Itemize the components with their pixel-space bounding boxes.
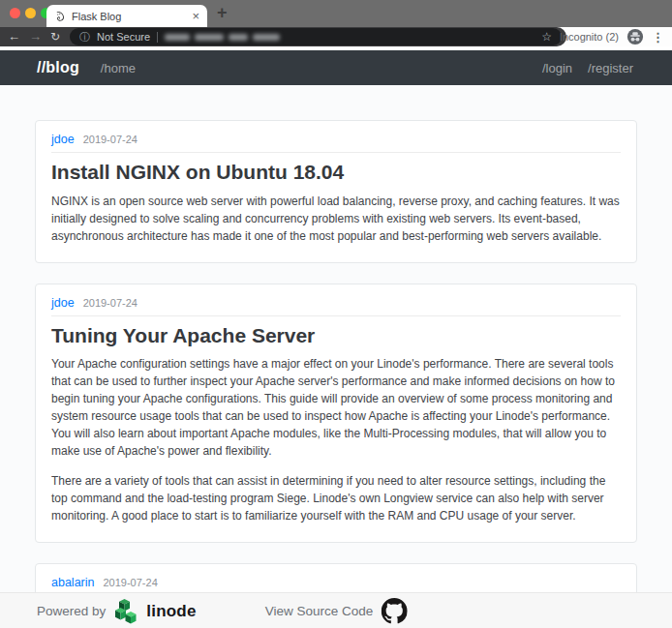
post-meta: jdoe 2019-07-24 xyxy=(51,133,621,153)
flask-favicon-icon xyxy=(54,11,66,22)
redacted-url xyxy=(165,34,280,41)
browser-window: Flask Blog × + ← → ↻ ⓘ Not Secure ☆ Inco… xyxy=(0,0,672,628)
post-title-link[interactable]: Install NGINX on Ubuntu 18.04 xyxy=(51,160,621,185)
nav-link-register[interactable]: /register xyxy=(588,61,633,75)
post-excerpt: Your Apache configuration settings have … xyxy=(51,355,621,460)
post-date: 2019-07-24 xyxy=(83,297,137,309)
chrome-right-controls: Incognito (2) ⋮ xyxy=(560,27,672,46)
security-label: Not Secure xyxy=(97,31,150,43)
post-author-link[interactable]: jdoe xyxy=(51,133,75,146)
view-source-label: View Source Code xyxy=(265,604,374,618)
new-tab-button[interactable]: + xyxy=(217,3,228,23)
post-excerpt: NGINX is an open source web server with … xyxy=(51,193,621,245)
site-brand[interactable]: //blog xyxy=(37,59,79,76)
browser-tab[interactable]: Flask Blog × xyxy=(46,5,207,27)
linode-logo-icon xyxy=(112,598,139,625)
view-source-group[interactable]: View Source Code xyxy=(265,593,408,628)
toolbar-dark-segment: ← → ↻ ⓘ Not Secure ☆ xyxy=(0,27,566,46)
post-author-link[interactable]: abalarin xyxy=(51,576,94,589)
linode-wordmark: linode xyxy=(146,602,196,621)
post-date: 2019-07-24 xyxy=(103,577,157,588)
post-author-link[interactable]: jdoe xyxy=(51,296,75,310)
post-excerpt: There are a variety of tools that can as… xyxy=(51,472,621,524)
address-bar[interactable]: ⓘ Not Secure ☆ xyxy=(70,28,562,45)
post-list: jdoe 2019-07-24 Install NGINX on Ubuntu … xyxy=(0,85,672,628)
post-card: jdoe 2019-07-24 Tuning Your Apache Serve… xyxy=(35,284,637,544)
powered-by-group[interactable]: Powered by linode xyxy=(37,593,197,628)
forward-icon[interactable]: → xyxy=(29,27,42,46)
minimize-window-button[interactable] xyxy=(25,8,36,18)
post-date: 2019-07-24 xyxy=(83,134,137,145)
back-icon[interactable]: ← xyxy=(8,27,20,46)
site-navbar: //blog /home /login /register xyxy=(0,50,672,85)
webpage: //blog /home /login /register jdoe 2019-… xyxy=(0,50,672,628)
bookmark-star-icon[interactable]: ☆ xyxy=(541,30,552,44)
incognito-label: Incognito (2) xyxy=(560,31,619,43)
github-icon[interactable] xyxy=(381,598,407,624)
browser-titlebar: Flask Blog × + xyxy=(0,0,672,27)
close-window-button[interactable] xyxy=(10,8,20,18)
divider xyxy=(157,32,158,43)
browser-menu-icon[interactable]: ⋮ xyxy=(652,30,664,45)
reload-icon[interactable]: ↻ xyxy=(50,27,60,46)
close-tab-icon[interactable]: × xyxy=(192,10,199,22)
nav-link-login[interactable]: /login xyxy=(542,61,572,75)
incognito-avatar-icon[interactable] xyxy=(626,28,644,45)
site-footer: Powered by linode xyxy=(0,592,672,628)
info-icon[interactable]: ⓘ xyxy=(79,32,90,43)
powered-by-label: Powered by xyxy=(37,604,106,618)
nav-link-home[interactable]: /home xyxy=(101,61,136,75)
tab-title: Flask Blog xyxy=(72,11,186,22)
post-meta: jdoe 2019-07-24 xyxy=(51,296,621,316)
browser-toolbar: ← → ↻ ⓘ Not Secure ☆ Incognito (2) ⋮ xyxy=(0,27,672,46)
post-title-link[interactable]: Tuning Your Apache Server xyxy=(51,323,621,348)
post-card: jdoe 2019-07-24 Install NGINX on Ubuntu … xyxy=(35,120,637,263)
